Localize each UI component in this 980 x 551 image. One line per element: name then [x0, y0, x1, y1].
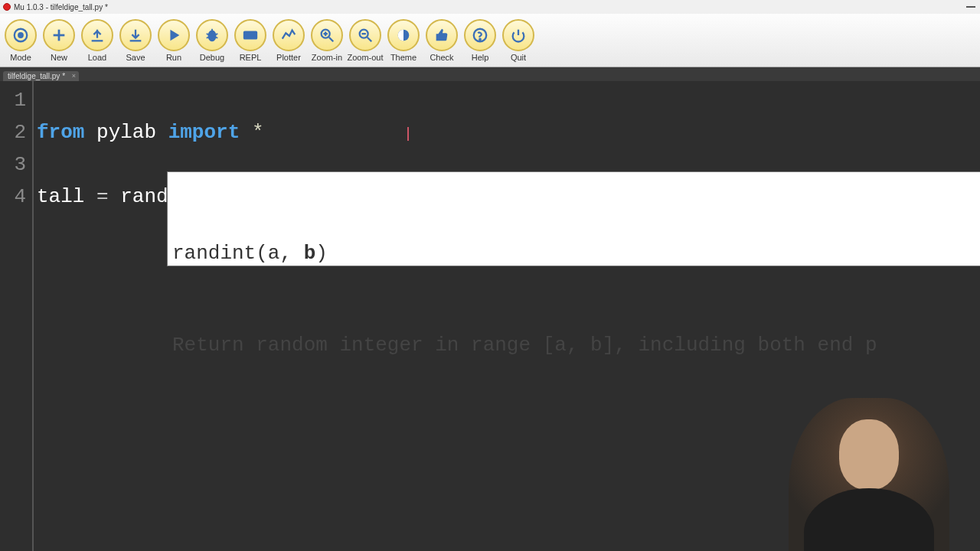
tool-label: REPL [240, 53, 262, 62]
star-glob: * [252, 121, 264, 144]
theme-button[interactable]: Theme [384, 19, 423, 62]
tooltip-sig-bold: b [304, 242, 316, 265]
tool-label: Save [126, 53, 145, 62]
tool-label: Check [430, 53, 453, 62]
new-button[interactable]: New [40, 19, 78, 62]
file-tab-label: tilfeldige_tall.py * [8, 72, 65, 80]
module-name: pylab [96, 121, 156, 144]
mode-icon [5, 19, 37, 51]
tooltip-sig-pre: randint(a, [172, 242, 304, 265]
help-button[interactable]: Help [461, 19, 499, 62]
tool-label: Run [166, 53, 181, 62]
zoomin-icon [311, 19, 343, 51]
repl-button[interactable]: REPL [231, 19, 270, 62]
line-number: 4 [0, 181, 26, 213]
tool-label: Mode [10, 53, 31, 62]
mode-button[interactable]: Mode [2, 19, 40, 62]
tabs-bar: tilfeldige_tall.py * × [0, 67, 980, 81]
save-icon [119, 19, 152, 51]
tool-label: Help [472, 53, 489, 62]
save-button[interactable]: Save [116, 19, 155, 62]
svg-point-1 [18, 33, 23, 37]
svg-rect-11 [244, 31, 257, 38]
load-icon [81, 19, 113, 51]
bug-icon [196, 19, 228, 51]
app-icon [3, 3, 11, 11]
tool-label: Zoom-out [347, 53, 383, 62]
svg-line-19 [368, 37, 372, 41]
tool-label: Plotter [276, 53, 301, 62]
file-tab[interactable]: tilfeldige_tall.py * × [3, 71, 79, 81]
line-number: 3 [0, 148, 26, 181]
svg-line-8 [216, 34, 218, 34]
load-button[interactable]: Load [78, 19, 116, 62]
keyword-import: import [168, 121, 240, 144]
debug-button[interactable]: Debug [193, 19, 231, 62]
tool-label: New [51, 53, 67, 62]
line-number: 2 [0, 116, 26, 148]
svg-point-5 [208, 31, 215, 41]
line-number: 1 [0, 84, 26, 116]
power-icon [502, 19, 534, 51]
zoom-out-button[interactable]: Zoom-out [346, 19, 384, 62]
tool-label: Load [88, 53, 106, 62]
plus-icon [43, 19, 75, 51]
plot-icon [273, 19, 305, 51]
minimize-button[interactable] [966, 6, 975, 8]
check-button[interactable]: Check [423, 19, 461, 62]
tool-label: Zoom-in [312, 53, 342, 62]
presenter-webcam [789, 398, 949, 551]
svg-line-15 [329, 37, 334, 41]
signature-tooltip: randint(a, b) Return random integer in r… [167, 171, 980, 266]
plotter-button[interactable]: Plotter [270, 19, 308, 62]
tool-label: Quit [511, 53, 526, 62]
assign-op: = [84, 185, 120, 208]
zoomout-icon [349, 19, 381, 51]
cursor-marker [407, 127, 409, 141]
keyboard-icon [234, 19, 266, 51]
run-button[interactable]: Run [155, 19, 193, 62]
toolbar: Mode New Load Save Run Debug REPL Plotte… [0, 14, 980, 67]
var-name: tall [37, 185, 84, 208]
play-icon [158, 19, 190, 51]
svg-line-7 [207, 34, 209, 34]
tooltip-sig-post: ) [315, 242, 328, 265]
thumb-icon [426, 19, 458, 51]
svg-line-10 [216, 37, 218, 37]
theme-icon [387, 19, 420, 51]
tool-label: Theme [390, 53, 416, 62]
svg-line-9 [207, 37, 209, 37]
help-icon [464, 19, 496, 51]
quit-button[interactable]: Quit [499, 19, 537, 62]
tooltip-desc: Return random integer in range [a, b], i… [172, 330, 980, 360]
line-gutter: 1234 [0, 81, 34, 551]
svg-marker-4 [170, 29, 179, 41]
window-title: Mu 1.0.3 - tilfeldige_tall.py * [14, 3, 108, 11]
keyword-from: from [37, 121, 84, 144]
tool-label: Debug [200, 53, 224, 62]
svg-point-23 [479, 38, 480, 39]
title-bar: Mu 1.0.3 - tilfeldige_tall.py * [0, 0, 980, 14]
close-icon[interactable]: × [72, 72, 76, 80]
zoom-in-button[interactable]: Zoom-in [308, 19, 346, 62]
